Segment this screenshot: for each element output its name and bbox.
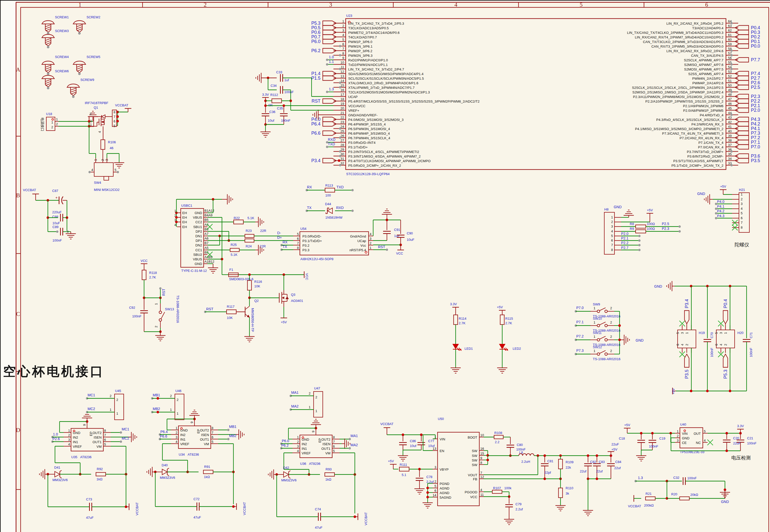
svg-text:C73: C73: [86, 497, 92, 501]
svg-text:T3/ADC12/AD4/P0.4: T3/ADC12/AD4/P0.4: [692, 26, 723, 30]
svg-text:10: 10: [480, 433, 484, 437]
svg-text:VM: VM: [96, 445, 102, 449]
svg-text:1.0: 1.0: [53, 432, 58, 436]
svg-text:A6: A6: [204, 236, 208, 240]
svg-text:4: 4: [680, 344, 684, 346]
svg-text:VBYP: VBYP: [440, 468, 449, 471]
svg-text:IN2: IN2: [302, 442, 307, 446]
svg-text:40: 40: [728, 129, 732, 133]
svg-text:2: 2: [51, 125, 53, 129]
svg-text:SCREW1: SCREW1: [55, 16, 69, 19]
svg-text:PWM1P_3/P6.0: PWM1P_3/P6.0: [348, 40, 372, 44]
svg-text:PWM1N_3/P6.1: PWM1N_3/P6.1: [348, 45, 372, 48]
svg-text:S2MISO_4/PWM7_4/P7.6: S2MISO_4/PWM7_4/P7.6: [684, 63, 723, 67]
svg-text:22uf: 22uf: [614, 466, 621, 470]
svg-text:3: 3: [68, 438, 70, 442]
svg-text:3.3V: 3.3V: [737, 424, 744, 428]
svg-text:VBUS: VBUS: [193, 257, 202, 261]
svg-text:B: B: [16, 192, 20, 199]
svg-text:ISEN: ISEN: [94, 436, 102, 439]
svg-text:1: 1: [594, 349, 595, 353]
svg-text:VCC: VCC: [470, 495, 477, 499]
svg-text:R114: R114: [459, 317, 466, 320]
svg-text:P6.0: P6.0: [311, 39, 320, 44]
svg-text:TXD: TXD: [328, 142, 335, 146]
svg-text:52: 52: [728, 74, 732, 78]
svg-text:41: 41: [728, 125, 732, 129]
svg-text:P4.3: P4.3: [751, 117, 760, 122]
svg-text:5: 5: [342, 38, 344, 41]
svg-text:6: 6: [333, 444, 335, 448]
svg-text:P7.1: P7.1: [751, 140, 760, 145]
svg-text:U18: U18: [46, 112, 52, 116]
svg-text:1: 1: [68, 429, 70, 432]
svg-text:MA1: MA1: [351, 434, 358, 438]
svg-text:19: 19: [341, 102, 344, 106]
svg-text:GND: GND: [636, 338, 643, 342]
svg-text:R110: R110: [566, 486, 573, 490]
svg-text:R109: R109: [566, 460, 573, 464]
svg-text:3: 3: [370, 237, 371, 241]
svg-text:VIN: VIN: [440, 437, 445, 441]
svg-text:S2SCLK_2/S1SCLK_2/SCLK_2/SCL_2: S2SCLK_2/S1SCLK_2/SCLK_2/SCL_2/PWM3N_2/A…: [632, 86, 723, 90]
svg-text:1: 1: [594, 320, 595, 324]
svg-text:C87: C87: [52, 189, 58, 193]
svg-text:2: 2: [110, 394, 111, 398]
svg-text:P7.7: P7.7: [751, 57, 760, 62]
svg-text:AT8236: AT8236: [188, 453, 199, 456]
svg-text:P7.1/CAN_TX_4: P7.1/CAN_TX_4: [698, 141, 723, 145]
svg-text:P2.6: P2.6: [52, 437, 60, 441]
svg-text:R93: R93: [326, 467, 332, 471]
svg-text:2: 2: [204, 2, 207, 8]
svg-text:2: 2: [370, 241, 371, 245]
svg-text:LIN_RX_3/CAN2_RX_3/RxD2_2/P4.6: LIN_RX_3/CAN2_RX_3/RxD2_2/P4.6: [666, 49, 723, 53]
svg-text:P6.6/PWM4P_3/S1MISO_4: P6.6/PWM4P_3/S1MISO_4: [348, 132, 390, 135]
svg-text:A: A: [16, 66, 20, 73]
svg-text:D41: D41: [54, 466, 60, 469]
svg-text:陀螺仪: 陀螺仪: [735, 242, 749, 247]
svg-text:3: 3: [342, 29, 344, 32]
svg-text:5: 5: [704, 429, 706, 433]
svg-text:7: 7: [611, 243, 613, 247]
svg-text:3k: 3k: [566, 492, 569, 495]
svg-text:MB2: MB2: [153, 407, 160, 411]
svg-text:SCREW2: SCREW2: [87, 16, 100, 19]
svg-text:9: 9: [82, 424, 86, 426]
svg-text:61: 61: [728, 33, 732, 37]
svg-text:R111: R111: [400, 463, 407, 467]
svg-text:C79: C79: [515, 502, 522, 506]
svg-text:27: 27: [341, 138, 344, 142]
svg-text:6: 6: [114, 119, 115, 123]
svg-text:C20: C20: [733, 436, 739, 440]
svg-text:22uf: 22uf: [596, 469, 603, 473]
svg-text:P6.5/PWM3N_3/S1MOSI_4: P6.5/PWM3N_3/S1MOSI_4: [348, 127, 390, 131]
svg-text:P3.5: P3.5: [751, 158, 760, 163]
svg-text:P0.4: P0.4: [723, 299, 728, 308]
svg-text:51: 51: [728, 79, 732, 83]
svg-text:OUT2: OUT2: [93, 431, 102, 435]
svg-text:D42: D42: [283, 466, 289, 470]
svg-text:R116: R116: [254, 280, 262, 284]
svg-text:6: 6: [212, 435, 213, 439]
svg-text:2: 2: [741, 197, 743, 201]
svg-text:MB1: MB1: [153, 393, 160, 397]
svg-text:5: 5: [297, 232, 299, 236]
svg-text:1: 1: [56, 117, 58, 121]
svg-text:P2.6: P2.6: [751, 80, 760, 85]
svg-text:3: 3: [611, 225, 613, 228]
svg-text:R107: R107: [493, 486, 501, 490]
svg-text:OUT1: OUT1: [93, 440, 102, 444]
svg-text:SW10: SW10: [593, 317, 602, 320]
svg-text:2: 2: [610, 335, 612, 339]
svg-text:SBU2: SBU2: [193, 253, 202, 257]
svg-text:100nF: 100nF: [649, 444, 658, 448]
svg-text:C89: C89: [52, 225, 59, 229]
svg-text:2: 2: [315, 395, 317, 399]
svg-text:P2.7: P2.7: [751, 76, 760, 81]
svg-text:62: 62: [728, 29, 732, 32]
svg-text:8: 8: [104, 429, 106, 432]
svg-text:H20: H20: [737, 331, 744, 335]
svg-text:2.2uf: 2.2uf: [426, 480, 434, 484]
svg-text:10uf: 10uf: [268, 119, 274, 122]
svg-text:8: 8: [741, 226, 743, 229]
